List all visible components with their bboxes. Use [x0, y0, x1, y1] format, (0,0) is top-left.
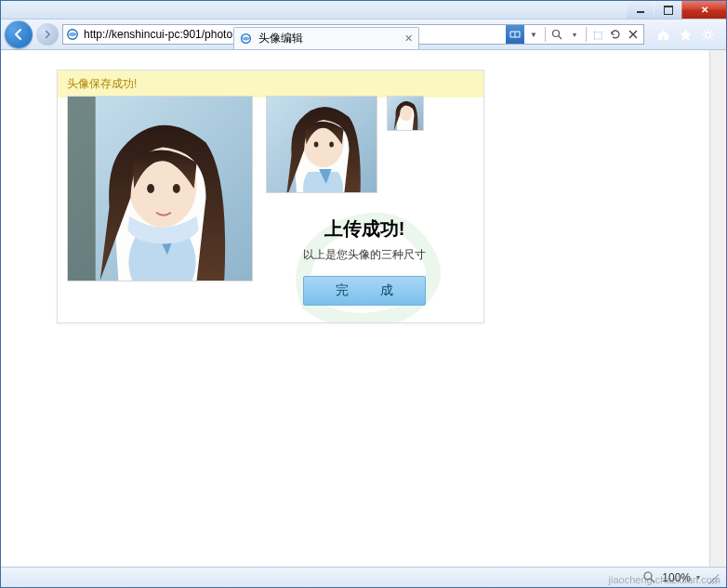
maximize-button[interactable] [654, 1, 681, 19]
svg-line-12 [703, 37, 704, 38]
window-titlebar [1, 1, 726, 20]
page-body: 头像保存成功! [1, 51, 726, 342]
svg-line-11 [710, 37, 711, 38]
svg-point-26 [644, 572, 652, 580]
toolbar-right [648, 27, 722, 42]
ie-icon [65, 27, 80, 42]
avatar-large [67, 96, 253, 281]
svg-point-19 [173, 184, 180, 193]
minimize-button[interactable] [626, 1, 654, 19]
svg-point-23 [329, 142, 334, 148]
favorites-icon[interactable] [678, 27, 693, 42]
tab-strip: 头像编辑 ✕ [233, 23, 615, 49]
svg-rect-16 [68, 97, 96, 281]
save-notice: 头像保存成功! [58, 71, 483, 98]
status-bar: 100% ▾ [1, 567, 726, 587]
done-button[interactable]: 完 成 [303, 276, 426, 306]
zoom-icon[interactable] [643, 571, 656, 584]
svg-point-5 [705, 32, 710, 37]
stop-button[interactable] [625, 25, 641, 44]
avatar-small [387, 96, 424, 131]
svg-point-18 [147, 184, 154, 193]
svg-line-10 [703, 30, 704, 31]
ie-icon [240, 33, 253, 46]
window-controls [626, 1, 726, 19]
browser-window: http://kenshincui-pc:901/photoEdit.ht ▼ … [0, 0, 727, 588]
home-icon[interactable] [655, 27, 670, 42]
vertical-scrollbar[interactable] [709, 50, 725, 567]
zoom-dropdown-icon[interactable]: ▾ [696, 573, 700, 581]
zoom-level[interactable]: 100% [662, 571, 691, 584]
success-title: 上传成功! [244, 216, 485, 242]
tab-title: 头像编辑 [258, 31, 399, 46]
svg-line-27 [651, 579, 654, 582]
forward-button[interactable] [36, 23, 59, 46]
success-subtitle: 以上是您头像的三种尺寸 [244, 247, 485, 263]
resize-grip[interactable] [706, 571, 719, 584]
close-button[interactable] [681, 1, 726, 19]
back-button[interactable] [5, 20, 33, 48]
svg-point-22 [314, 142, 319, 148]
browser-tab[interactable]: 头像编辑 ✕ [233, 27, 419, 49]
page-viewport: 头像保存成功! [1, 50, 726, 567]
svg-line-13 [710, 30, 711, 31]
tab-close-button[interactable]: ✕ [404, 33, 413, 45]
tools-icon[interactable] [700, 27, 715, 42]
avatar-medium [266, 96, 377, 193]
avatar-panel: 头像保存成功! [57, 70, 484, 323]
upload-result: 上传成功! 以上是您头像的三种尺寸 完 成 [244, 216, 485, 306]
